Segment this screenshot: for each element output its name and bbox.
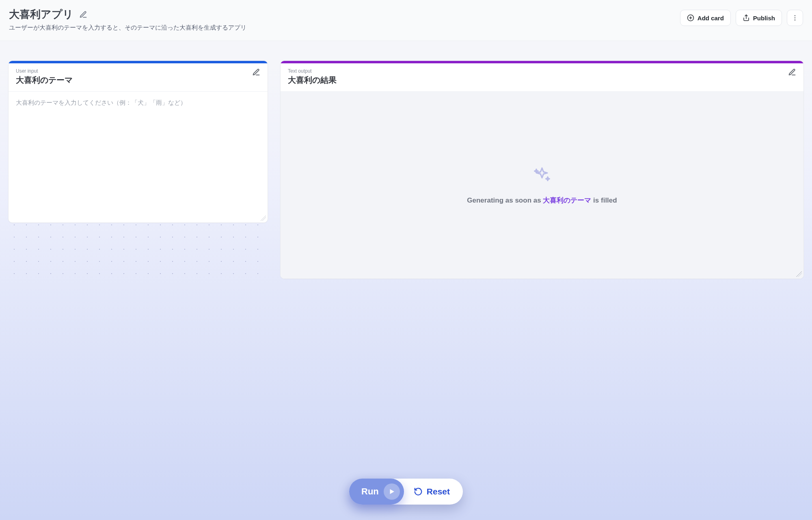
user-input-card: User input 大喜利のテーマ — [8, 60, 268, 223]
generating-message: Generating as soon as 大喜利のテーマ is filled — [467, 196, 617, 205]
publish-label: Publish — [753, 15, 775, 22]
plus-circle-icon — [687, 14, 694, 22]
run-reset-bar: Run Reset — [349, 479, 463, 505]
more-vertical-icon — [791, 14, 799, 22]
canvas: User input 大喜利のテーマ Text output 大喜利の結果 — [0, 41, 812, 344]
publish-icon — [743, 14, 750, 22]
sparkle-icon — [532, 166, 552, 187]
run-label: Run — [361, 486, 379, 497]
generating-suffix: is filled — [591, 196, 617, 204]
svg-marker-7 — [390, 489, 394, 494]
output-body: Generating as soon as 大喜利のテーマ is filled — [281, 92, 803, 278]
resize-handle[interactable] — [260, 215, 266, 221]
app-subtitle: ユーザーが大喜利のテーマを入力すると、そのテーマに沿った大喜利を生成するアプリ — [9, 24, 246, 32]
add-card-button[interactable]: Add card — [680, 10, 731, 26]
reset-button[interactable]: Reset — [404, 479, 463, 505]
app-title: 大喜利アプリ — [9, 7, 73, 22]
reset-icon — [414, 487, 423, 496]
svg-point-4 — [795, 15, 795, 16]
theme-input[interactable] — [9, 92, 268, 214]
output-card-title: 大喜利の結果 — [288, 75, 337, 86]
edit-output-card-icon[interactable] — [788, 68, 796, 78]
svg-point-6 — [795, 19, 795, 20]
edit-title-icon[interactable] — [79, 11, 87, 19]
edit-input-card-icon[interactable] — [252, 68, 260, 78]
card-type-label: User input — [16, 68, 73, 74]
resize-handle[interactable] — [796, 271, 802, 277]
card-type-label: Text output — [288, 68, 337, 74]
reset-label: Reset — [427, 487, 450, 496]
title-block: 大喜利アプリ ユーザーが大喜利のテーマを入力すると、そのテーマに沿った大喜利を生… — [9, 7, 246, 32]
play-icon — [384, 483, 400, 500]
run-button[interactable]: Run — [349, 479, 404, 505]
add-card-label: Add card — [698, 15, 724, 22]
more-menu-button[interactable] — [787, 10, 803, 26]
input-card-title: 大喜利のテーマ — [16, 75, 73, 86]
publish-button[interactable]: Publish — [736, 10, 782, 26]
generating-prefix: Generating as soon as — [467, 196, 543, 204]
header-actions: Add card Publish — [680, 10, 803, 26]
text-output-card: Text output 大喜利の結果 Generating as soon as — [280, 60, 804, 279]
generating-ref: 大喜利のテーマ — [543, 196, 591, 204]
app-header: 大喜利アプリ ユーザーが大喜利のテーマを入力すると、そのテーマに沿った大喜利を生… — [0, 0, 812, 41]
svg-point-5 — [795, 17, 795, 18]
